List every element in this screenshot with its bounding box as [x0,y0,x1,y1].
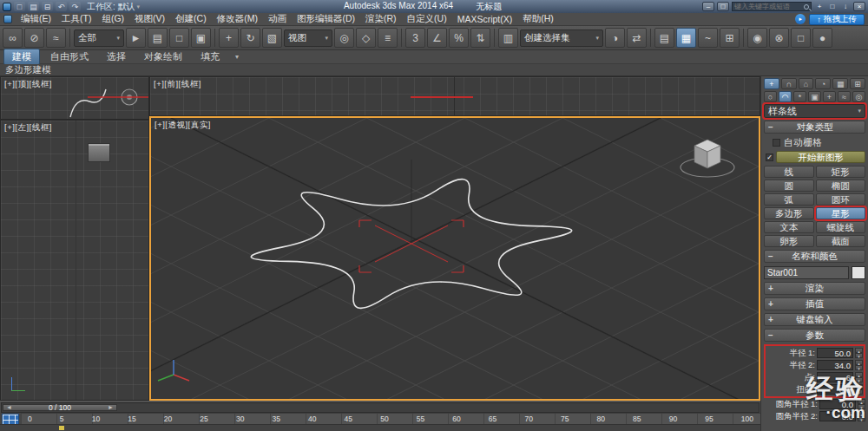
start-new-shape-checkbox[interactable]: ✓ [766,153,773,161]
menu-item-animation[interactable]: 动画 [263,13,292,26]
viewport-front[interactable]: [+][前][线框] [149,76,760,116]
tab-modeling[interactable]: 建模 [3,49,40,65]
render-production-icon[interactable]: ● [812,28,832,48]
shape-button-ellipse[interactable]: 椭圆 [816,180,866,192]
tab-freeform[interactable]: 自由形式 [43,49,96,64]
undo-icon[interactable]: ↶ [56,2,67,11]
rollout-name-color[interactable]: − 名称和颜色 [764,250,865,263]
search-input[interactable] [734,3,802,10]
motion-tab-icon[interactable]: ◔ [815,78,831,89]
material-editor-icon[interactable]: ◉ [747,28,767,48]
prev-frame-icon[interactable]: ◄ [6,404,12,410]
close-button[interactable]: × [853,2,865,11]
shape-button-text[interactable]: 文本 [764,221,814,233]
create-tab-icon[interactable]: + [764,78,779,89]
points-field[interactable]: 6 [817,372,853,382]
shape-button-egg[interactable]: 卵形 [764,235,814,247]
schematic-view-icon[interactable]: ⊞ [720,28,740,48]
menu-item-customize[interactable]: 自定义(U) [402,13,452,26]
viewport-front-label[interactable]: [+][前][线框] [154,79,201,90]
shape-button-rectangle[interactable]: 矩形 [816,166,866,178]
curve-editor-icon[interactable]: ~ [698,28,718,48]
use-center-icon[interactable]: ◎ [334,28,354,48]
menu-item-create[interactable]: 创建(C) [170,13,212,26]
fillet-radius1-field[interactable]: 0.0 [819,399,856,409]
align-icon[interactable]: ⇄ [627,28,647,48]
select-scale-icon[interactable]: ▧ [262,28,282,48]
menu-item-graph-editors[interactable]: 图形编辑器(D) [292,13,360,26]
left-view-object[interactable] [88,143,110,162]
spinner-snap-icon[interactable]: ⇅ [470,28,490,48]
select-manipulate-icon[interactable]: ◇ [356,28,376,48]
capture-download-icon[interactable]: ↓ [840,2,851,11]
viewport-perspective[interactable]: [+][透视][真实] [149,116,760,401]
menu-item-help[interactable]: 帮助(H) [517,13,559,26]
max-menu-icon[interactable] [3,15,12,23]
spacewarps-category-icon[interactable]: ≈ [838,91,851,102]
edit-named-sets-icon[interactable]: ▥ [498,28,518,48]
start-new-shape-button[interactable]: 开始新图形 [776,151,865,163]
rollout-keyboard-entry[interactable]: + 键盘输入 [764,313,865,326]
utilities-tab-icon[interactable]: ⊞ [850,78,865,89]
app-logo-icon[interactable] [3,3,11,11]
rendered-frame-window-icon[interactable]: □ [791,28,811,48]
minimize-button[interactable]: – [702,2,714,11]
hierarchy-tab-icon[interactable]: ⌂ [799,78,814,89]
spinner-down-icon[interactable]: ▾ [855,377,863,382]
distortion-field[interactable]: 0.0 [817,384,853,395]
viewcube[interactable] [681,140,734,177]
window-crossing-icon[interactable]: ▣ [191,28,211,48]
capture-region-icon[interactable]: □ [827,2,838,11]
fillet-radius2-field[interactable]: 0.0 [819,411,856,421]
menu-item-group[interactable]: 组(G) [96,13,129,26]
time-slider-handle[interactable]: ◄ 0 / 100 ► [3,404,117,411]
workspace-selector[interactable]: 工作区: 默认 ▾ [83,1,143,13]
menu-item-views[interactable]: 视图(V) [129,13,170,26]
polygon-modeling-panel[interactable]: 多边形建模 [5,64,51,76]
select-object-icon[interactable]: ► [126,28,146,48]
shapes-category-icon[interactable]: ◠ [779,91,792,102]
snap-toggle-3d-icon[interactable]: 3 [405,28,425,48]
rollout-rendering[interactable]: + 渲染 [764,282,865,295]
menu-item-maxscript[interactable]: MAXScript(X) [452,13,518,26]
tab-populate[interactable]: 填充 [193,49,227,64]
viewport-left[interactable]: [+][左][线框] [0,120,149,401]
lights-category-icon[interactable]: * [793,91,806,102]
selected-spline-front[interactable] [411,96,473,98]
shape-button-star[interactable]: 星形 [816,207,866,219]
spinner-down-icon[interactable]: ▾ [855,365,863,370]
ribbon-collapse-icon[interactable]: ▾ [235,53,239,61]
track-bar[interactable]: 0 5 10 15 20 25 30 35 40 45 50 55 60 65 … [21,413,760,424]
viewport-top-label[interactable]: [+][顶][线框] [4,79,52,90]
radius1-field[interactable]: 50.0 [817,348,853,358]
spinner-down-icon[interactable]: ▾ [858,404,865,409]
redo-icon[interactable]: ↷ [69,2,81,11]
angle-snap-icon[interactable]: ∠ [427,28,447,48]
mirror-icon[interactable]: ◑ [605,28,625,48]
coord-system-dropdown[interactable]: 视图 ▾ [284,29,332,47]
selection-filter-dropdown[interactable]: 全部 ▾ [74,29,124,47]
shape-button-helix[interactable]: 螺旋线 [816,221,866,233]
tab-selection[interactable]: 选择 [99,49,134,64]
time-slider-track[interactable]: ◄ 0 / 100 ► [1,402,760,413]
shape-button-donut[interactable]: 圆环 [816,193,866,206]
ribbon-toggle-icon[interactable]: ▦ [676,28,696,48]
unlink-selection-icon[interactable]: ⊘ [24,28,44,48]
shape-button-arc[interactable]: 弧 [764,193,814,206]
object-name-field[interactable]: Star001 [764,266,849,279]
systems-category-icon[interactable]: ◎ [852,91,865,102]
display-tab-icon[interactable]: ▦ [832,78,848,89]
select-rotate-icon[interactable]: ↻ [240,28,260,48]
track-bar-scroll[interactable] [0,424,760,431]
select-move-icon[interactable]: + [219,28,239,48]
spinner-down-icon[interactable]: ▾ [855,353,863,358]
search-icon[interactable] [804,4,809,10]
geometry-category-icon[interactable]: ○ [764,91,777,102]
capture-pin-icon[interactable]: + [814,2,825,11]
upload-badge[interactable]: ↑ 拖拽上传 [809,14,865,25]
viewport-left-label[interactable]: [+][左][线框] [4,122,52,134]
named-sets-dropdown[interactable]: 创建选择集 ▾ [520,29,603,47]
shape-button-ngon[interactable]: 多边形 [764,207,814,219]
render-setup-icon[interactable]: ⊗ [769,28,789,48]
tab-object-paint[interactable]: 对象绘制 [136,49,190,64]
